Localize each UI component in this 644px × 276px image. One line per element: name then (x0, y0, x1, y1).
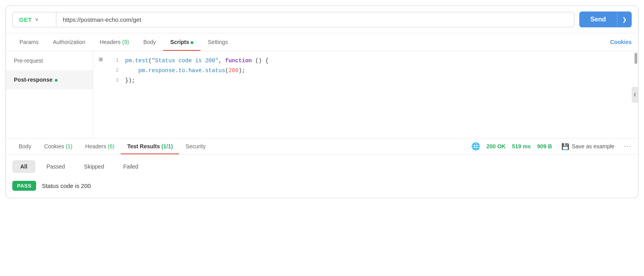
left-panel: Pre-request Post-response (6, 51, 93, 138)
filter-tab-failed[interactable]: Failed (115, 160, 146, 173)
code-comment-icon: ▣ (99, 55, 103, 63)
line-num-3: 3 (113, 76, 125, 85)
tab-cookies-right[interactable]: Cookies (610, 39, 632, 45)
test-results-area: All Passed Skipped Failed PASS Status co… (6, 155, 638, 198)
tab-settings[interactable]: Settings (201, 33, 235, 51)
tab-scripts[interactable]: Scripts (163, 33, 201, 51)
tab-authorization[interactable]: Authorization (46, 33, 93, 51)
send-btn-wrapper: Send ❯ (579, 12, 632, 27)
cookies-badge: (1) (66, 143, 72, 150)
collapse-handle[interactable]: ❮ (632, 87, 638, 103)
url-text: https://postman-echo.com/get (63, 16, 141, 23)
resp-tab-test-results[interactable]: Test Results (1/1) (121, 138, 179, 154)
left-tab-pre-request[interactable]: Pre-request (6, 51, 93, 70)
left-tab-post-response[interactable]: Post-response (6, 70, 93, 89)
test-results-label: Test Results (127, 143, 161, 150)
resp-meta: 🌐 200 OK 519 ms 909 B 💾 Save as example … (471, 141, 632, 152)
method-chevron-icon: ∨ (35, 17, 39, 22)
resp-tab-body[interactable]: Body (12, 138, 38, 154)
headers-label: Headers (100, 39, 122, 45)
code-lines: 1 pm.test("Status code is 200", function… (93, 56, 638, 86)
send-dropdown-button[interactable]: ❯ (617, 12, 632, 27)
editor-area: Pre-request Post-response ▣ 1 pm.test("S… (6, 51, 638, 138)
test-name: Status code is 200 (42, 182, 91, 189)
code-line-1: 1 pm.test("Status code is 200", function… (113, 56, 638, 66)
test-results-badge: (1/1) (162, 143, 173, 150)
test-result-row: PASS Status code is 200 (12, 179, 632, 192)
filter-tab-passed[interactable]: Passed (39, 160, 73, 173)
tab-params[interactable]: Params (12, 33, 46, 51)
url-bar: GET ∨ https://postman-echo.com/get Send … (6, 6, 638, 33)
headers-badge: (9) (122, 39, 129, 45)
resp-time: 519 ms (512, 143, 530, 150)
tab-headers[interactable]: Headers (9) (93, 33, 136, 51)
scrollbar-stub (634, 53, 637, 64)
resp-tab-headers[interactable]: Headers (6) (79, 138, 121, 154)
filter-tabs: All Passed Skipped Failed (12, 160, 632, 173)
code-editor[interactable]: ▣ 1 pm.test("Status code is 200", functi… (93, 51, 638, 138)
scripts-dot (191, 41, 193, 44)
resp-headers-badge: (6) (108, 143, 114, 150)
line-content-1: pm.test("Status code is 200", function (… (125, 56, 638, 66)
app-container: GET ∨ https://postman-echo.com/get Send … (6, 6, 638, 198)
resp-tab-security[interactable]: Security (179, 138, 212, 154)
cookies-label: Cookies (44, 143, 66, 150)
resp-headers-label: Headers (85, 143, 108, 150)
pass-badge: PASS (12, 181, 36, 191)
line-content-3: }); (125, 76, 638, 86)
method-label: GET (19, 16, 32, 23)
line-num-2: 2 (113, 66, 125, 75)
save-icon: 💾 (561, 143, 569, 150)
tab-body[interactable]: Body (136, 33, 163, 51)
response-tabs: Body Cookies (1) Headers (6) Test Result… (6, 138, 638, 155)
scripts-label: Scripts (170, 39, 189, 45)
resp-tab-cookies[interactable]: Cookies (1) (38, 138, 79, 154)
resp-status: 200 OK (486, 143, 505, 150)
more-options-button[interactable]: ··· (624, 143, 632, 150)
post-response-dot (55, 79, 58, 82)
url-input[interactable]: https://postman-echo.com/get (56, 12, 575, 27)
code-line-3: 3 }); (113, 76, 638, 86)
resp-size: 909 B (537, 143, 552, 150)
top-tabs: Params Authorization Headers (9) Body Sc… (6, 33, 638, 51)
save-example-button[interactable]: 💾 Save as example (558, 141, 617, 152)
line-num-1: 1 (113, 56, 125, 65)
globe-icon: 🌐 (471, 142, 480, 151)
code-line-2: 2 pm.response.to.have.status(200); (113, 66, 638, 76)
filter-tab-all[interactable]: All (12, 160, 35, 173)
method-select[interactable]: GET ∨ (12, 12, 56, 27)
send-button[interactable]: Send (579, 12, 617, 27)
filter-tab-skipped[interactable]: Skipped (76, 160, 112, 173)
line-content-2: pm.response.to.have.status(200); (125, 66, 638, 76)
